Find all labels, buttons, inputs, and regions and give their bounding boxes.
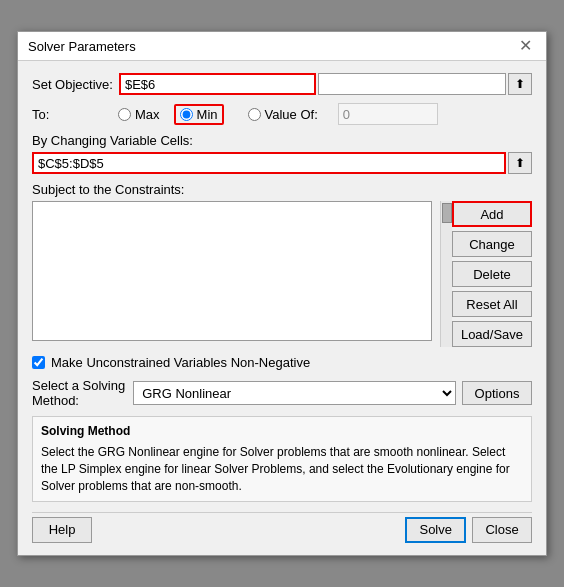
solving-method-row: Select a Solving Method: GRG Nonlinear L… <box>32 378 532 408</box>
radio-max-item[interactable]: Max <box>118 107 160 122</box>
load-save-button[interactable]: Load/Save <box>452 321 532 347</box>
set-objective-label: Set Objective: <box>32 77 113 92</box>
delete-button[interactable]: Delete <box>452 261 532 287</box>
non-negative-label: Make Unconstrained Variables Non-Negativ… <box>51 355 310 370</box>
radio-max[interactable] <box>118 108 131 121</box>
radio-min[interactable] <box>180 108 193 121</box>
constraints-area: Add Change Delete Reset All Load/Save <box>32 201 532 347</box>
variable-cells-upload-icon[interactable]: ⬆ <box>508 152 532 174</box>
checkbox-row: Make Unconstrained Variables Non-Negativ… <box>32 355 532 370</box>
select-solving-label2: Method: <box>32 393 125 408</box>
title-bar: Solver Parameters ✕ <box>18 32 546 61</box>
add-button[interactable]: Add <box>452 201 532 227</box>
dialog-title: Solver Parameters <box>28 39 136 54</box>
set-objective-input[interactable] <box>119 73 317 95</box>
select-solving-label: Select a Solving <box>32 378 125 393</box>
radio-min-label: Min <box>197 107 218 122</box>
change-button[interactable]: Change <box>452 231 532 257</box>
set-objective-upload-icon[interactable]: ⬆ <box>508 73 532 95</box>
solving-method-title: Solving Method <box>41 423 523 440</box>
radio-value-label: Value Of: <box>265 107 318 122</box>
solving-method-select[interactable]: GRG Nonlinear LP Simplex Evolutionary <box>133 381 456 405</box>
to-label: To: <box>32 107 112 122</box>
radio-max-label: Max <box>135 107 160 122</box>
constraints-buttons: Add Change Delete Reset All Load/Save <box>452 201 532 347</box>
solving-method-description-box: Solving Method Select the GRG Nonlinear … <box>32 416 532 501</box>
help-button[interactable]: Help <box>32 517 92 543</box>
reset-all-button[interactable]: Reset All <box>452 291 532 317</box>
bottom-buttons: Help Solve Close <box>32 512 532 545</box>
constraints-list[interactable] <box>32 201 432 341</box>
dialog-content: Set Objective: ⬆ To: Max Min Value Of: <box>18 61 546 554</box>
scroll-thumb <box>442 203 452 223</box>
by-changing-label: By Changing Variable Cells: <box>32 133 532 148</box>
non-negative-checkbox[interactable] <box>32 356 45 369</box>
close-icon[interactable]: ✕ <box>515 38 536 54</box>
variable-cells-input[interactable] <box>32 152 506 174</box>
bottom-left-buttons: Help <box>32 517 92 543</box>
select-solving-label-group: Select a Solving Method: <box>32 378 125 408</box>
radio-value-item[interactable]: Value Of: <box>248 107 318 122</box>
radio-value[interactable] <box>248 108 261 121</box>
solve-button[interactable]: Solve <box>405 517 466 543</box>
value-of-group <box>338 103 438 125</box>
constraints-scrollbar[interactable] <box>440 201 452 347</box>
subject-constraints-label: Subject to the Constraints: <box>32 182 532 197</box>
to-row: To: Max Min Value Of: <box>32 103 532 125</box>
set-objective-row: Set Objective: ⬆ <box>32 73 532 95</box>
variable-cells-row: ⬆ <box>32 152 532 174</box>
solving-method-text: Select the GRG Nonlinear engine for Solv… <box>41 445 510 493</box>
objective-radio-group: Max Min Value Of: <box>118 103 532 125</box>
radio-min-item[interactable]: Min <box>174 104 224 125</box>
solver-dialog: Solver Parameters ✕ Set Objective: ⬆ To:… <box>17 31 547 555</box>
bottom-right-buttons: Solve Close <box>405 517 532 543</box>
options-button[interactable]: Options <box>462 381 532 405</box>
close-button[interactable]: Close <box>472 517 532 543</box>
value-of-input[interactable] <box>338 103 438 125</box>
